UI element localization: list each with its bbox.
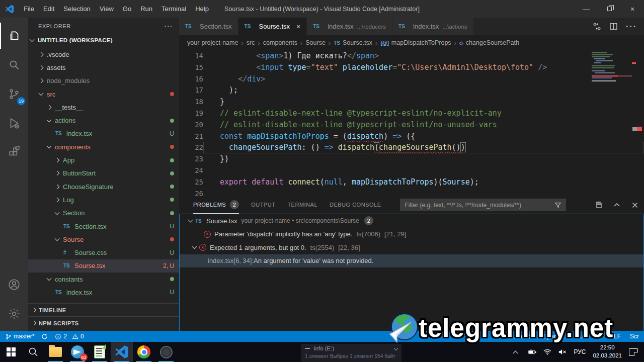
- status-item[interactable]: Spaces: 2: [543, 333, 570, 340]
- code-line-26: 26: [179, 188, 644, 196]
- run-debug-icon[interactable]: [0, 110, 28, 136]
- status-right: Ln 22, Col 54Spaces: 2UTF-8CRLFScr: [489, 333, 639, 340]
- panel-tab-problems[interactable]: PROBLEMS2: [193, 196, 239, 214]
- code-editor[interactable]: 14 <span>1) Где искать?</span>15 <input …: [179, 50, 644, 196]
- typescript-file-icon: TS: [398, 24, 407, 29]
- menu-file[interactable]: File: [19, 0, 39, 18]
- tree-item-assets[interactable]: assets: [28, 61, 179, 74]
- start-button[interactable]: [0, 342, 22, 362]
- restore-button[interactable]: [598, 0, 621, 18]
- npm-scripts-section[interactable]: NPM SCRIPTS: [28, 316, 179, 329]
- tab-index.tsx[interactable]: TSindex.tsx...\reducers: [307, 18, 392, 35]
- tree-item-index.tsx[interactable]: TSindex.tsxU: [28, 127, 179, 140]
- extensions-icon[interactable]: [0, 139, 28, 165]
- line-number: 21: [179, 131, 203, 142]
- tree-item-src[interactable]: src: [28, 87, 179, 101]
- vscode-taskbar-button[interactable]: [111, 342, 133, 362]
- tree-item-constants[interactable]: constants: [28, 273, 179, 286]
- panel-tab-debug-console[interactable]: DEBUG CONSOLE: [330, 196, 381, 214]
- tree-item-section[interactable]: Section: [28, 207, 179, 220]
- timeline-section[interactable]: TIMELINE: [28, 303, 179, 316]
- more-actions-icon[interactable]: ···: [626, 22, 637, 31]
- open-in-editor-icon[interactable]: [595, 201, 603, 209]
- close-panel-icon[interactable]: [631, 201, 639, 209]
- menu-go[interactable]: Go: [118, 0, 136, 18]
- source-control-icon[interactable]: 19: [0, 81, 28, 107]
- battery-icon[interactable]: [528, 348, 536, 356]
- breadcrumb-item-mapdispatchtoprops[interactable]: [@]mapDispatchToProps: [380, 39, 451, 46]
- tree-item-buttonstart[interactable]: ButtonStart: [28, 167, 179, 180]
- tray-clock[interactable]: 22:50 02.03.2021: [593, 344, 622, 359]
- workspace-root[interactable]: UNTITLED (WORKSPACE): [28, 35, 179, 46]
- language-indicator[interactable]: РУС: [574, 348, 586, 355]
- problem-row[interactable]: × Parameter 'dispatch' implicitly has an…: [180, 228, 643, 241]
- problem-row[interactable]: × Expected 1 arguments, but got 0. ts(25…: [180, 241, 643, 254]
- tab-sourse.tsx[interactable]: TSSourse.tsx×: [238, 18, 307, 35]
- explorer-icon[interactable]: [0, 23, 28, 49]
- status-item[interactable]: CRLF: [605, 333, 621, 340]
- tree-item-node_modules[interactable]: node_modules: [28, 74, 179, 87]
- problem-file-row[interactable]: TS Sourse.tsx your-project-name • src\co…: [180, 214, 643, 228]
- menu-help[interactable]: Help: [191, 0, 213, 18]
- tab-section.tsx[interactable]: TSSection.tsx: [179, 18, 238, 35]
- breadcrumb-item-your-project-name[interactable]: your-project-name: [187, 39, 238, 46]
- minimap[interactable]: [591, 51, 635, 95]
- tray-expand-chevron-icon[interactable]: [513, 350, 518, 355]
- volume-muted-icon[interactable]: [558, 348, 567, 356]
- menu-edit[interactable]: Edit: [39, 0, 59, 18]
- problems-status-item[interactable]: 2 0: [55, 333, 84, 340]
- status-item[interactable]: Scr: [630, 333, 639, 340]
- sync-item[interactable]: [41, 333, 48, 340]
- panel-tab-output[interactable]: OUTPUT: [251, 196, 275, 214]
- wifi-icon[interactable]: [543, 348, 551, 356]
- maximize-panel-icon[interactable]: [613, 201, 621, 209]
- breadcrumb-item-changesoursepath[interactable]: ◇changeSoursePath: [459, 39, 519, 46]
- taskbar-search-button[interactable]: [22, 342, 44, 362]
- telegram-button[interactable]: 62: [66, 342, 89, 362]
- tree-item-sourse[interactable]: Sourse: [28, 233, 179, 246]
- problems-filter-input[interactable]: Filter (e.g. text, **/*.ts, !**/node_mod…: [400, 199, 566, 211]
- tree-item-app[interactable]: App: [28, 153, 179, 166]
- panel-tab-terminal[interactable]: TERMINAL: [287, 196, 317, 214]
- ring-app-button[interactable]: [155, 342, 177, 362]
- close-icon[interactable]: ×: [296, 23, 300, 31]
- tree-item-sourse.css[interactable]: #Sourse.cssU: [28, 246, 179, 259]
- breadcrumb: your-project-name›src›components›Sourse›…: [179, 35, 644, 50]
- action-center-icon[interactable]: [629, 348, 638, 356]
- menu-terminal[interactable]: Terminal: [157, 0, 191, 18]
- menu-selection[interactable]: Selection: [59, 0, 95, 18]
- notes-app-button[interactable]: [89, 342, 111, 362]
- git-branch-item[interactable]: master*: [5, 333, 34, 340]
- breadcrumb-item-src[interactable]: src: [247, 39, 255, 46]
- tree-item-actions[interactable]: actions: [28, 114, 179, 127]
- breadcrumb-item-components[interactable]: components: [263, 39, 297, 46]
- settings-gear-icon[interactable]: [0, 301, 28, 327]
- related-info-row[interactable]: index.tsx[6, 34]: An argument for 'value…: [180, 254, 643, 268]
- tree-item-__tests__[interactable]: __tests__: [28, 101, 179, 114]
- tree-item-label: ButtonStart: [63, 169, 96, 177]
- split-editor-icon[interactable]: [609, 22, 618, 31]
- chrome-button[interactable]: [133, 342, 155, 362]
- tree-item-index.tsx[interactable]: TSindex.tsxU: [28, 286, 179, 299]
- search-icon[interactable]: [0, 52, 28, 78]
- menu-run[interactable]: Run: [136, 0, 157, 18]
- tree-item-choosesignature[interactable]: ChooseSignature: [28, 180, 179, 193]
- breadcrumb-item-sourse[interactable]: Sourse: [305, 39, 326, 46]
- tree-item-sourse.tsx[interactable]: TSSourse.tsx2, U: [28, 259, 179, 273]
- tree-item-log[interactable]: Log: [28, 193, 179, 206]
- chrome-icon: [137, 345, 150, 358]
- menu-view[interactable]: View: [95, 0, 118, 18]
- close-button[interactable]: ×: [621, 0, 644, 18]
- file-explorer-button[interactable]: [44, 342, 66, 362]
- open-changes-icon[interactable]: [593, 22, 601, 31]
- tree-item-.vscode[interactable]: .vscode: [28, 48, 179, 61]
- status-item[interactable]: Ln 22, Col 54: [498, 333, 534, 340]
- status-item[interactable]: UTF-8: [579, 333, 596, 340]
- tree-item-section.tsx[interactable]: TSSection.tsxU: [28, 220, 179, 233]
- account-icon[interactable]: [0, 272, 28, 298]
- breadcrumb-item-sourse.tsx[interactable]: TSSourse.tsx: [334, 39, 372, 46]
- tab-index.tsx[interactable]: TSindex.tsx...\actions: [392, 18, 474, 35]
- minimize-button[interactable]: —: [575, 0, 598, 18]
- explorer-more-actions[interactable]: ···: [165, 23, 173, 29]
- tree-item-components[interactable]: components: [28, 140, 179, 153]
